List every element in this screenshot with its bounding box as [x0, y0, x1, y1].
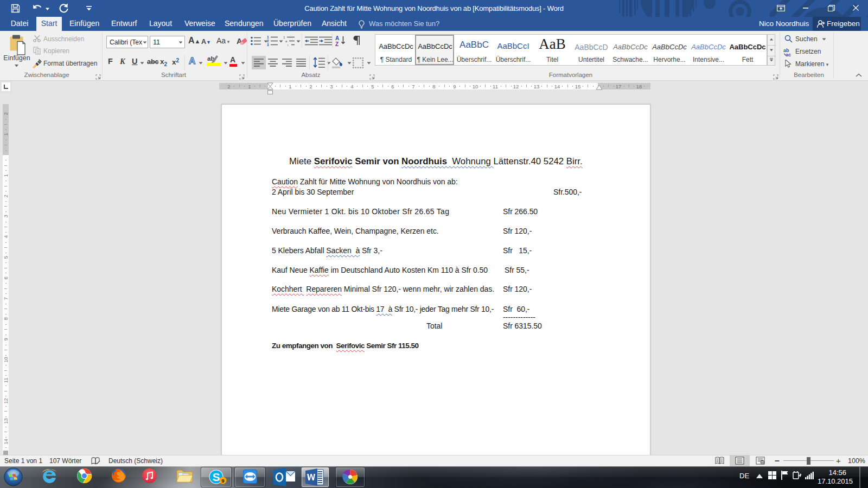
- svg-text:9: 9: [221, 478, 224, 484]
